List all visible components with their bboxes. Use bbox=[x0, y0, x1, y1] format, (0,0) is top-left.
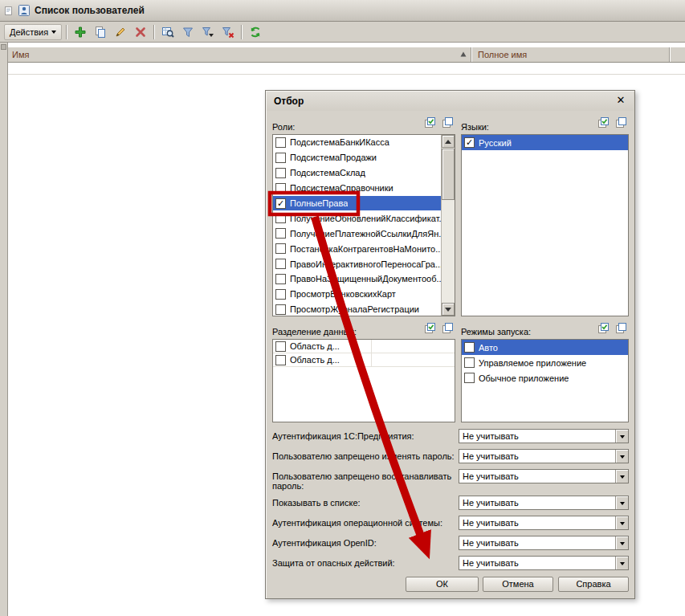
list-item[interactable]: ПросмотрБанковскихКарт bbox=[273, 287, 441, 302]
close-icon[interactable]: ✕ bbox=[614, 94, 627, 107]
column-header-fullname-label: Полное имя bbox=[478, 50, 527, 59]
field-dropdown[interactable]: Не учитывать bbox=[459, 496, 629, 510]
uncheck-all-icon[interactable] bbox=[442, 116, 454, 129]
check-all-icon[interactable] bbox=[597, 116, 610, 129]
list-item[interactable]: ПросмотрЖурналаРегистрации bbox=[273, 302, 441, 316]
list-item[interactable]: ПостановкаКонтрагентовНаМонито... bbox=[273, 241, 441, 256]
check-all-icon[interactable] bbox=[597, 322, 610, 334]
find-button[interactable] bbox=[158, 23, 177, 40]
roles-label: Роли: bbox=[272, 122, 295, 132]
checkbox-unchecked[interactable] bbox=[275, 355, 286, 365]
list-item[interactable]: Область д... bbox=[273, 340, 455, 353]
field-dropdown[interactable]: Не учитывать bbox=[459, 429, 629, 443]
uncheck-all-icon[interactable] bbox=[442, 322, 454, 334]
checkbox-checked[interactable]: ✓ bbox=[464, 137, 475, 148]
dropdown-value: Не учитывать bbox=[463, 471, 519, 481]
column-header-name[interactable]: Имя bbox=[8, 50, 459, 59]
checkbox-unchecked[interactable] bbox=[275, 213, 286, 223]
list-item[interactable]: ✓Русский bbox=[462, 135, 628, 150]
clear-filter-button[interactable] bbox=[218, 23, 237, 40]
roles-list[interactable]: ПодсистемаБанкИКассаПодсистемаПродажиПод… bbox=[272, 134, 455, 316]
list-item[interactable]: ПолучениеОбновленийКлассификат... bbox=[273, 210, 441, 226]
help-button[interactable]: Справка bbox=[558, 577, 629, 592]
list-item[interactable]: ✓ПолныеПрава bbox=[273, 196, 441, 211]
field-dropdown[interactable]: Не учитывать bbox=[459, 536, 629, 550]
dropdown-arrow-button[interactable] bbox=[615, 430, 628, 443]
checkbox-unchecked[interactable] bbox=[464, 357, 475, 368]
list-item[interactable]: Авто bbox=[462, 340, 628, 355]
scroll-down-button[interactable] bbox=[442, 303, 455, 316]
dropdown-arrow-button[interactable] bbox=[615, 470, 628, 483]
checkbox-checked[interactable]: ✓ bbox=[275, 198, 286, 209]
field-dropdown[interactable]: Не учитывать bbox=[459, 556, 629, 570]
copy-icon bbox=[94, 26, 107, 39]
toolbar-separator bbox=[153, 25, 154, 39]
launch-modes-list[interactable]: АвтоУправляемое приложениеОбычное прилож… bbox=[461, 339, 629, 422]
dropdown-arrow-button[interactable] bbox=[615, 557, 628, 569]
dropdown-arrow-button[interactable] bbox=[615, 516, 628, 529]
list-item-label: ПросмотрБанковскихКарт bbox=[290, 289, 396, 299]
launch-modes-list-toolbar bbox=[597, 322, 627, 334]
languages-list[interactable]: ✓Русский bbox=[461, 134, 629, 316]
list-item[interactable]: ПодсистемаСправочники bbox=[273, 181, 441, 196]
check-all-icon[interactable] bbox=[424, 322, 436, 334]
checkbox-unchecked[interactable] bbox=[275, 274, 286, 284]
list-item[interactable]: ПравоНаЗащищенныйДокументооб... bbox=[273, 271, 441, 287]
field-label: Защита от опасных действий: bbox=[272, 558, 459, 568]
empty-row-line bbox=[8, 74, 685, 75]
column-divider[interactable] bbox=[669, 47, 670, 62]
filter-button[interactable] bbox=[178, 23, 197, 40]
checkbox-unchecked[interactable] bbox=[275, 153, 286, 163]
checkbox-unchecked[interactable] bbox=[275, 228, 286, 239]
sort-icon[interactable] bbox=[459, 51, 467, 59]
checkbox-unchecked[interactable] bbox=[275, 259, 286, 269]
cancel-button[interactable]: Отмена bbox=[483, 577, 553, 592]
list-item[interactable]: Область д... bbox=[273, 353, 455, 367]
list-item[interactable]: ПодсистемаПродажи bbox=[273, 150, 441, 165]
dropdown-arrow-button[interactable] bbox=[615, 536, 628, 549]
list-item-label: ПодсистемаСклад bbox=[290, 168, 365, 177]
list-item-label: ПравоИнтерактивногоПереносаГра... bbox=[290, 259, 441, 269]
edit-button[interactable] bbox=[111, 23, 129, 40]
checkbox-unchecked[interactable] bbox=[464, 342, 475, 353]
add-icon bbox=[74, 26, 87, 39]
column-header-fullname[interactable]: Полное имя bbox=[471, 50, 669, 59]
dialog-titlebar: Отбор bbox=[267, 92, 634, 111]
scroll-up-button[interactable] bbox=[442, 135, 455, 148]
filter-field-row: Аутентификация операционной системы:Не у… bbox=[272, 516, 630, 536]
list-item-label: ПолучениеОбновленийКлассификат... bbox=[290, 214, 441, 223]
uncheck-all-icon[interactable] bbox=[615, 322, 627, 334]
actions-menu-button[interactable]: Действия bbox=[4, 24, 62, 40]
list-item[interactable]: Управляемое приложение bbox=[462, 355, 628, 370]
scrollbar-thumb[interactable] bbox=[442, 149, 455, 200]
filter-menu-button[interactable] bbox=[198, 23, 217, 40]
checkbox-unchecked[interactable] bbox=[464, 373, 475, 383]
list-item[interactable]: Обычное приложение bbox=[462, 370, 628, 386]
check-all-icon[interactable] bbox=[424, 116, 436, 129]
data-separation-list[interactable]: Область д...Область д... bbox=[272, 339, 455, 422]
list-item[interactable]: ПравоИнтерактивногоПереносаГра... bbox=[273, 256, 441, 271]
delete-button[interactable] bbox=[131, 23, 149, 40]
ok-button[interactable]: ОК bbox=[406, 577, 479, 592]
checkbox-unchecked[interactable] bbox=[275, 304, 286, 315]
uncheck-all-icon[interactable] bbox=[615, 116, 627, 129]
dropdown-arrow-button[interactable] bbox=[615, 450, 628, 463]
filter-field-row: Защита от опасных действий:Не учитывать bbox=[272, 556, 630, 576]
checkbox-unchecked[interactable] bbox=[275, 168, 286, 178]
list-item[interactable]: ПодсистемаСклад bbox=[273, 165, 441, 181]
checkbox-unchecked[interactable] bbox=[275, 243, 286, 254]
checkbox-unchecked[interactable] bbox=[275, 137, 286, 148]
copy-button[interactable] bbox=[91, 23, 109, 40]
checkbox-unchecked[interactable] bbox=[275, 341, 286, 352]
field-dropdown[interactable]: Не учитывать bbox=[459, 449, 629, 463]
checkbox-unchecked[interactable] bbox=[275, 289, 286, 300]
dropdown-arrow-button[interactable] bbox=[615, 496, 628, 509]
add-button[interactable] bbox=[71, 23, 89, 40]
scrollbar[interactable] bbox=[441, 135, 455, 316]
checkbox-unchecked[interactable] bbox=[275, 183, 286, 194]
field-dropdown[interactable]: Не учитывать bbox=[459, 516, 629, 530]
list-item[interactable]: ПолучениеПлатежнойСсылкиДляЯн... bbox=[273, 226, 441, 241]
field-dropdown[interactable]: Не учитывать bbox=[459, 469, 629, 483]
list-item[interactable]: ПодсистемаБанкИКасса bbox=[273, 135, 441, 150]
refresh-button[interactable] bbox=[246, 23, 264, 40]
